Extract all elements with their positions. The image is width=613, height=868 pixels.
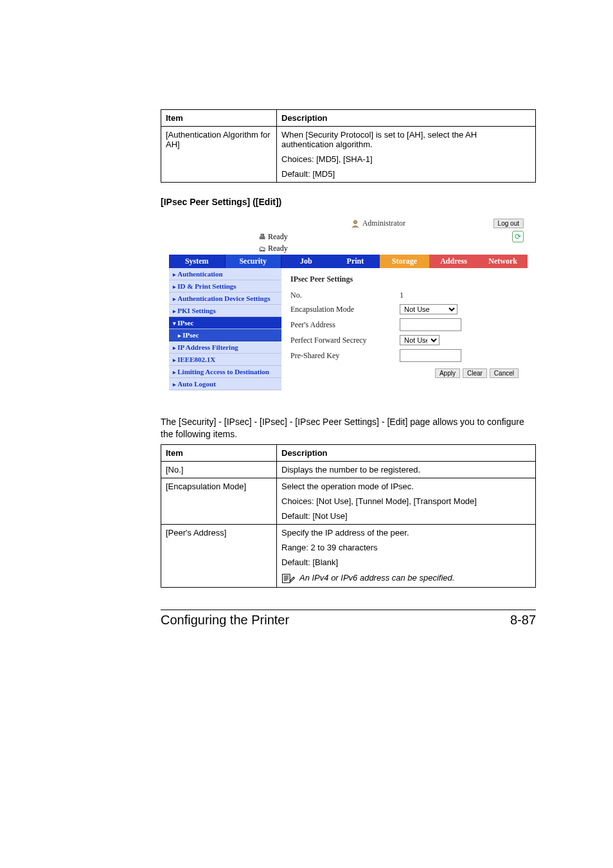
logout-button[interactable]: Log out (493, 219, 524, 228)
desc-line: Choices: [Not Use], [Tunnel Mode], [Tran… (281, 496, 531, 506)
sidebar-item-ipsec-group[interactable]: IPsec (169, 317, 281, 329)
sidebar-item-authdev[interactable]: Authentication Device Settings (169, 293, 281, 305)
label-encap: Encapsulation Mode (290, 305, 400, 314)
intro-text: The [Security] - [IPsec] - [IPsec] - [IP… (161, 416, 536, 440)
table-row: [No.] Displays the number to be register… (161, 461, 536, 478)
col-item: Item (161, 444, 277, 461)
col-desc: Description (277, 444, 536, 461)
desc-line: Default: [Not Use] (281, 511, 531, 521)
user-icon (351, 219, 360, 228)
select-pfs[interactable]: Not Use (400, 335, 440, 345)
desc-line: Default: [MD5] (281, 169, 531, 179)
table-row: [Peer's Address] Specify the IP address … (161, 524, 536, 587)
table-row: [Authentication Algorithm for AH] When [… (161, 127, 536, 183)
value-no: 1 (400, 291, 404, 300)
sidebar-sub-ipsec[interactable]: IPsec (169, 329, 281, 341)
tab-job[interactable]: Job (281, 255, 331, 268)
form-title: IPsec Peer Settings (290, 275, 519, 284)
cell-item: [Peer's Address] (161, 524, 277, 587)
label-peer: Peer's Address (290, 320, 400, 330)
svg-rect-1 (282, 574, 290, 583)
refresh-icon[interactable]: ⟳ (512, 231, 524, 242)
cell-desc: Displays the number to be registered. (277, 461, 536, 478)
label-pfs: Perfect Forward Secrecy (290, 336, 400, 345)
input-psk[interactable] (400, 349, 461, 362)
note-icon (281, 572, 296, 584)
desc-line: Choices: [MD5], [SHA-1] (281, 154, 531, 164)
note-row: An IPv4 or IPv6 address can be specified… (281, 572, 531, 584)
col-item: Item (161, 110, 277, 127)
cell-desc: Select the operation mode of IPsec. Choi… (277, 478, 536, 524)
sidebar-item-limiting[interactable]: Limiting Access to Destination (169, 366, 281, 378)
cell-desc: Specify the IP address of the peer. Rang… (277, 524, 536, 587)
tab-print[interactable]: Print (331, 255, 380, 268)
desc-line: Specify the IP address of the peer. (281, 528, 531, 538)
tab-address[interactable]: Address (429, 255, 479, 268)
tab-system[interactable]: System (169, 255, 226, 268)
device-icon: 🗂 (259, 245, 266, 253)
section-heading: [IPsec Peer Settings] ([Edit]) (161, 197, 536, 207)
sidebar-item-pki[interactable]: PKI Settings (169, 305, 281, 317)
table-ipsec-peer: Item Description [No.] Displays the numb… (161, 444, 536, 588)
tab-network[interactable]: Network (478, 255, 528, 268)
select-encap[interactable]: Not Use (400, 304, 458, 314)
cell-desc: When [Security Protocol] is set to [AH],… (277, 127, 536, 183)
desc-line: Default: [Blank] (281, 557, 531, 567)
status-ready: Ready (268, 232, 288, 242)
table-auth-algorithm: Item Description [Authentication Algorit… (161, 109, 536, 183)
footer-page: 8-87 (510, 613, 536, 628)
sidebar-item-ieee[interactable]: IEEE802.1X (169, 354, 281, 366)
sidebar-item-idprint[interactable]: ID & Print Settings (169, 280, 281, 293)
user-label: Administrator (362, 219, 405, 228)
admin-screenshot: Administrator Log out 🖶 Ready ⟳ 🗂 Ready … (161, 216, 536, 390)
label-no: No. (290, 291, 400, 300)
cell-item: [No.] (161, 461, 277, 478)
page-footer: Configuring the Printer 8-87 (161, 610, 536, 628)
desc-line: When [Security Protocol] is set to [AH],… (281, 130, 531, 149)
note-text: An IPv4 or IPv6 address can be specified… (299, 573, 454, 583)
cell-item: [Encapsulation Mode] (161, 478, 277, 524)
desc-line: Select the operation mode of IPsec. (281, 482, 531, 491)
cell-item: [Authentication Algorithm for AH] (161, 127, 277, 183)
sidebar-item-autologout[interactable]: Auto Logout (169, 378, 281, 390)
input-peer[interactable] (400, 318, 461, 331)
clear-button[interactable]: Clear (463, 368, 487, 378)
sidebar-item-ipfilter[interactable]: IP Address Filtering (169, 341, 281, 354)
status-ready: Ready (268, 244, 288, 253)
tab-storage[interactable]: Storage (380, 255, 429, 268)
cancel-button[interactable]: Cancel (490, 368, 519, 378)
svg-point-0 (353, 220, 357, 223)
col-desc: Description (277, 110, 536, 127)
table-row: [Encapsulation Mode] Select the operatio… (161, 478, 536, 524)
apply-button[interactable]: Apply (435, 368, 460, 378)
printer-icon: 🖶 (259, 233, 266, 240)
footer-section: Configuring the Printer (161, 613, 289, 628)
tab-security[interactable]: Security (226, 255, 282, 268)
label-psk: Pre-Shared Key (290, 351, 400, 361)
desc-line: Range: 2 to 39 characters (281, 543, 531, 552)
sidebar-item-authentication[interactable]: Authentication (169, 268, 281, 280)
